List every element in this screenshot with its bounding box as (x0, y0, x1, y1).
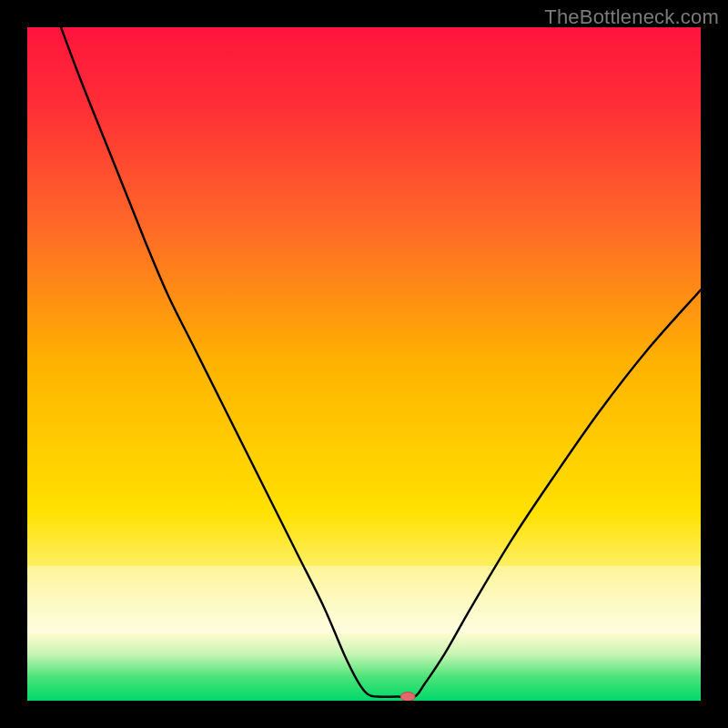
bottleneck-chart (27, 27, 701, 701)
chart-pale-band (27, 566, 701, 633)
chart-stage: TheBottleneck.com (0, 0, 728, 728)
optimum-marker (400, 693, 415, 701)
watermark-text: TheBottleneck.com (544, 5, 719, 29)
